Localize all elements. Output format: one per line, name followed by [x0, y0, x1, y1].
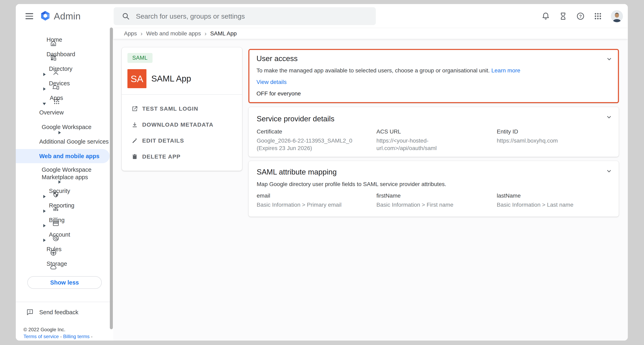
field-list: Certificate Google_2026-6-22-113953_SAML… [257, 128, 611, 152]
google-admin-logo[interactable]: Admin [40, 4, 81, 28]
entity-id-field: Entity ID https://saml.boxyhq.com [497, 128, 611, 152]
sidebar-item-billing[interactable]: Billing [16, 213, 113, 227]
show-less-button[interactable]: Show less [27, 276, 102, 289]
breadcrumb-web-and-mobile-apps[interactable]: Web and mobile apps [146, 30, 201, 37]
expand-arrow-icon [58, 131, 61, 134]
chevron-down-icon[interactable] [605, 113, 613, 122]
download-icon [131, 121, 138, 128]
sidebar-item-reporting[interactable]: Reporting [16, 198, 113, 213]
expand-arrow-icon [43, 239, 46, 242]
breadcrumb-current-page: SAML App [210, 30, 237, 37]
sidebar-item-directory[interactable]: Directory [16, 62, 113, 76]
sidebar-item-security[interactable]: Security [16, 184, 113, 198]
collapse-arrow-icon [43, 103, 46, 105]
sidebar-item-devices[interactable]: Devices [16, 76, 113, 90]
test-saml-login-button[interactable]: TEST SAML LOGIN [122, 101, 242, 117]
search-bar[interactable] [114, 7, 376, 25]
copyright-text: © 2022 Google Inc. [24, 327, 65, 332]
main-content: Apps › Web and mobile apps › SAML App SA… [113, 28, 628, 340]
billing-terms-link[interactable]: Billing terms [63, 334, 90, 339]
sidebar-item-dashboard[interactable]: Dashboard [16, 47, 113, 62]
search-input[interactable] [136, 12, 370, 20]
send-feedback-button[interactable]: Send feedback [16, 305, 113, 320]
sidebar-item-web-and-mobile-apps[interactable]: Web and mobile apps [16, 149, 113, 164]
pencil-icon [131, 137, 138, 144]
menu-icon[interactable] [26, 12, 33, 21]
sidebar-scrollbar[interactable] [110, 28, 113, 329]
feedback-icon [26, 308, 34, 316]
expand-arrow-icon [43, 73, 46, 76]
chevron-down-icon[interactable] [605, 167, 613, 176]
panel-title: SAML attribute mapping [257, 168, 337, 176]
user-access-panel: User access To make the managed app avai… [248, 49, 619, 103]
sidebar-item-rules[interactable]: Rules [16, 242, 113, 256]
certificate-field: Certificate Google_2026-6-22-113953_SAML… [257, 128, 376, 152]
sidebar-item-gw-marketplace-apps[interactable]: Google Workspace Marketplace apps [16, 164, 113, 184]
terms-of-service-link[interactable]: Terms of service [24, 334, 59, 339]
panel-title: User access [256, 54, 298, 63]
edit-details-button[interactable]: EDIT DETAILS [122, 133, 242, 149]
svg-text:?: ? [579, 14, 582, 19]
saml-type-badge: SAML [128, 53, 152, 63]
firstname-mapping-field: firstName Basic Information > First name [376, 192, 497, 208]
email-mapping-field: email Basic Information > Primary email [257, 192, 376, 208]
expand-arrow-icon [43, 87, 46, 90]
sidebar: Home Dashboard [16, 28, 113, 340]
notifications-bell-icon[interactable] [541, 12, 550, 21]
user-access-status: OFF for everyone [256, 90, 301, 97]
delete-app-button[interactable]: DELETE APP [122, 149, 242, 164]
app-title: SAML App [151, 69, 191, 88]
sidebar-item-additional-google-services[interactable]: Additional Google services [16, 134, 113, 149]
search-icon [121, 12, 130, 21]
divider [122, 94, 242, 95]
view-details-link[interactable]: View details [256, 79, 286, 85]
open-in-new-icon [131, 105, 138, 112]
legal-links: Terms of service - Billing terms - [24, 334, 92, 339]
expand-arrow-icon [43, 224, 46, 227]
user-avatar[interactable] [611, 10, 623, 22]
admin-logo-icon [40, 10, 51, 22]
product-name: Admin [54, 11, 81, 22]
app-avatar: SA [128, 69, 146, 88]
user-access-description: To make the managed app available to sel… [256, 67, 520, 74]
lastname-mapping-field: lastName Basic Information > Last name [497, 192, 611, 208]
sidebar-item-account[interactable]: Account [16, 227, 113, 242]
expand-arrow-icon [43, 195, 46, 198]
page-body: SAML SA SAML App TEST SAML LOGIN [113, 39, 628, 340]
mapping-description: Map Google directory user profile fields… [257, 181, 446, 188]
sidebar-item-storage[interactable]: Storage [16, 256, 113, 271]
breadcrumb-apps[interactable]: Apps [124, 30, 137, 37]
sidebar-item-overview[interactable]: Overview [16, 105, 113, 120]
acs-url-field: ACS URL https://<your-hosted- url.com>/a… [376, 128, 497, 152]
sidebar-item-apps[interactable]: Apps [16, 90, 113, 105]
saml-attribute-mapping-panel: SAML attribute mapping Map Google direct… [248, 161, 619, 217]
sidebar-footer: Send feedback © 2022 Google Inc. Terms o… [16, 302, 113, 340]
panel-title: Service provider details [257, 115, 334, 123]
admin-console-window: Admin ? [16, 4, 628, 340]
breadcrumb-separator-icon: › [204, 30, 206, 37]
sidebar-item-home[interactable]: Home [16, 32, 113, 47]
help-icon[interactable]: ? [576, 12, 585, 21]
breadcrumb: Apps › Web and mobile apps › SAML App [113, 28, 628, 39]
tasks-hourglass-icon[interactable] [559, 12, 568, 21]
breadcrumb-separator-icon: › [140, 30, 142, 37]
expand-arrow-icon [43, 210, 46, 213]
learn-more-link[interactable]: Learn more [491, 67, 520, 74]
field-list: email Basic Information > Primary email … [257, 192, 611, 208]
saml-app-card: SAML SA SAML App TEST SAML LOGIN [122, 47, 242, 171]
sidebar-nav: Home Dashboard [16, 28, 113, 289]
top-bar: Admin ? [16, 4, 628, 28]
trash-icon [131, 153, 138, 160]
sidebar-item-google-workspace[interactable]: Google Workspace [16, 120, 113, 134]
service-provider-details-panel: Service provider details Certificate Goo… [248, 107, 619, 157]
app-actions: TEST SAML LOGIN DOWNLOAD METADATA EDIT D… [122, 101, 242, 164]
top-bar-actions: ? [541, 4, 623, 28]
chevron-down-icon[interactable] [605, 55, 613, 64]
apps-grid-icon[interactable] [594, 12, 602, 21]
download-metadata-button[interactable]: DOWNLOAD METADATA [122, 117, 242, 133]
